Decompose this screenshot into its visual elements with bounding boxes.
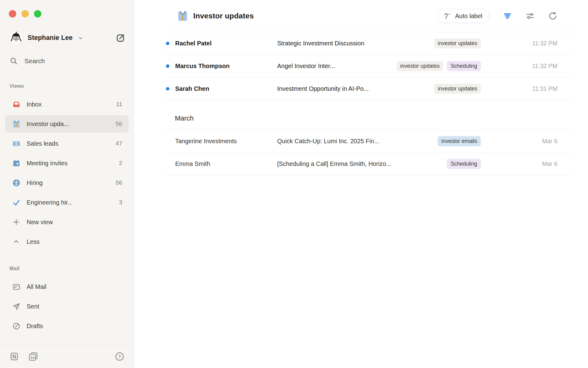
refresh-icon: [548, 11, 557, 21]
account-name: Stephanie Lee: [28, 34, 73, 42]
sidebar-item-label: Investor upda...: [27, 121, 116, 128]
email-tags: investor updates: [434, 38, 481, 49]
unread-count: 3: [119, 199, 122, 206]
display-settings-button[interactable]: [526, 11, 535, 21]
unread-count: 2: [119, 160, 122, 167]
zoom-button[interactable]: [34, 10, 41, 17]
sidebar-item-all-mail[interactable]: All Mail: [5, 278, 129, 295]
window-controls: [0, 0, 134, 17]
page-title: Investor updates: [193, 12, 254, 20]
account-switcher[interactable]: Stephanie Lee: [9, 31, 84, 45]
label-tag[interactable]: investor updates: [397, 61, 443, 71]
envelope-icon: [12, 282, 21, 291]
view-header: Investor updates Auto label: [134, 0, 588, 32]
new-view-label: New view: [27, 219, 122, 226]
email-subject: Angel Investor Inter...: [277, 63, 392, 70]
email-time: 11:31 PM: [481, 85, 557, 92]
email-time: 11:32 PM: [481, 40, 557, 47]
sidebar-item-drafts[interactable]: Drafts: [5, 317, 129, 335]
paper-plane-icon: [12, 302, 21, 311]
email-tags: investor updates Scheduling: [397, 61, 481, 71]
refresh-button[interactable]: [548, 11, 557, 21]
svg-text:14: 14: [31, 355, 35, 359]
necktie-icon: [177, 10, 188, 22]
sidebar-item-sent[interactable]: Sent: [5, 298, 129, 315]
sidebar-item-label: Drafts: [27, 323, 122, 330]
show-less-label: Less: [27, 238, 122, 245]
notion-calendar-button[interactable]: 14: [28, 351, 38, 362]
calendar-icon: [12, 159, 21, 167]
email-subject: [Scheduling a Call] Emma Smith, Horizo..…: [277, 160, 442, 167]
label-tag[interactable]: Scheduling: [447, 159, 481, 169]
person-in-circle-icon: [12, 178, 21, 187]
email-sender: Emma Smith: [175, 160, 277, 167]
auto-label-label: Auto label: [455, 13, 482, 20]
sidebar-item-label: Meeting invites: [27, 160, 119, 167]
help-icon: ?: [115, 352, 124, 361]
pencil-circle-icon: [12, 322, 21, 330]
mail-nav: All Mail Sent Drafts: [5, 278, 129, 335]
label-tag[interactable]: Scheduling: [447, 61, 481, 71]
sidebar-item-label: Sent: [27, 303, 122, 310]
email-time: Mar 6: [481, 138, 557, 145]
dollar-banknote-icon: [12, 139, 21, 148]
help-button[interactable]: ?: [115, 352, 124, 361]
email-list: Rachel Patel Strategic Investment Discus…: [166, 32, 572, 175]
minimize-button[interactable]: [21, 10, 29, 17]
email-row[interactable]: Marcus Thompson Angel Investor Inter... …: [166, 55, 572, 78]
email-row[interactable]: Emma Smith [Scheduling a Call] Emma Smit…: [166, 153, 572, 175]
chevron-up-icon: [12, 237, 21, 246]
search-icon: [9, 57, 18, 65]
email-sender: Tangerine Investments: [175, 138, 277, 145]
filter-icon: [503, 11, 512, 21]
dot-column: [166, 162, 175, 166]
search-button[interactable]: Search: [9, 57, 45, 65]
email-subject: Strategic Investment Discussion: [277, 40, 429, 47]
label-tag[interactable]: investor updates: [434, 84, 481, 94]
sidebar-footer: 14 ?: [0, 345, 134, 368]
dot-column: [166, 64, 175, 68]
close-button[interactable]: [9, 10, 16, 17]
sidebar-item-sales-leads[interactable]: Sales leads 47: [5, 135, 129, 152]
sidebar-item-meeting-invites[interactable]: Meeting invites 2: [5, 155, 129, 172]
email-tags: investor updates: [434, 84, 481, 94]
date-group-header: March: [166, 100, 572, 130]
email-sender: Sarah Chen: [175, 85, 277, 92]
calendar-app-icon: 14: [28, 351, 38, 362]
sidebar-item-inbox[interactable]: Inbox 11: [5, 96, 129, 113]
notion-app-button[interactable]: [9, 352, 19, 361]
email-row[interactable]: Sarah Chen Investment Opportunity in AI-…: [166, 78, 572, 100]
email-tags: investor emails: [438, 136, 481, 147]
show-less-button[interactable]: Less: [5, 233, 129, 250]
unread-dot: [166, 87, 169, 90]
views-section-label: Views: [9, 83, 134, 89]
label-tag[interactable]: investor emails: [438, 136, 481, 147]
sidebar-item-hiring[interactable]: Hiring 56: [5, 174, 129, 191]
email-subject: Quick Catch-Up: Lumi Inc. 2025 Fin...: [277, 138, 433, 145]
sidebar-item-engineering-hiring[interactable]: Engineering hir... 3: [5, 194, 129, 211]
email-tags: Scheduling: [447, 159, 481, 169]
app-window: Stephanie Lee: [0, 0, 588, 368]
email-row[interactable]: Tangerine Investments Quick Catch-Up: Lu…: [166, 130, 572, 153]
unread-count: 56: [116, 179, 122, 186]
email-subject: Investment Opportunity in AI-Po...: [277, 85, 429, 92]
main-content: Investor updates Auto label: [134, 0, 588, 368]
email-sender: Marcus Thompson: [175, 63, 277, 70]
sidebar-item-investor-updates[interactable]: Investor upda... 56: [5, 115, 129, 132]
sidebar-item-label: Hiring: [27, 179, 116, 186]
views-nav: Inbox 11 Investor upda... 56: [5, 96, 129, 250]
label-tag[interactable]: investor updates: [434, 38, 481, 49]
compose-button[interactable]: [116, 33, 125, 43]
dot-column: [166, 42, 175, 45]
search-label: Search: [24, 57, 45, 65]
unread-dot: [166, 42, 169, 45]
new-view-button[interactable]: New view: [5, 213, 129, 231]
sidebar: Stephanie Lee: [0, 0, 134, 368]
sidebar-item-label: Sales leads: [27, 140, 116, 147]
notion-logo-icon: [9, 352, 19, 361]
sliders-icon: [526, 11, 535, 21]
filter-button[interactable]: [503, 11, 512, 21]
email-row[interactable]: Rachel Patel Strategic Investment Discus…: [166, 32, 572, 55]
email-time: Mar 6: [481, 160, 557, 167]
auto-label-button[interactable]: Auto label: [437, 9, 489, 23]
